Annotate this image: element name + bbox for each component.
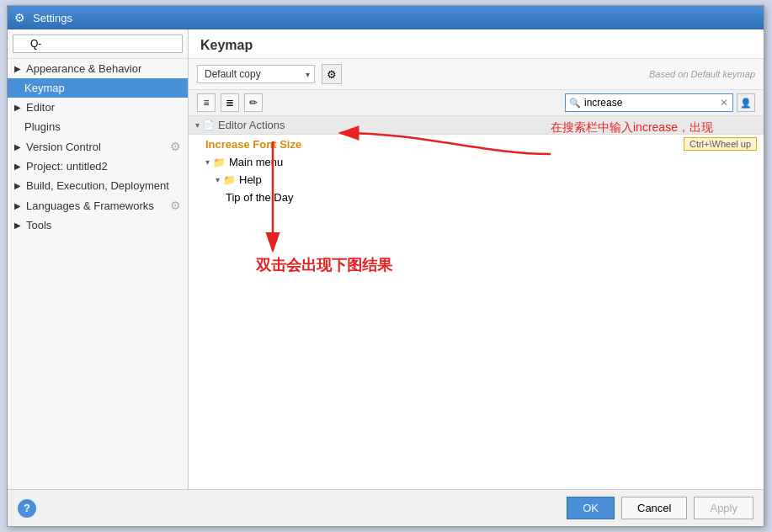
keymap-toolbar: Default copy ▾ ⚙ Based on Default keymap	[189, 59, 764, 90]
chevron-icon: ▶	[14, 162, 21, 171]
shortcut-badge: Ctrl+\Wheel up	[684, 137, 757, 151]
section-label: Editor Actions	[218, 119, 285, 131]
search-avatar-button[interactable]: 👤	[737, 93, 755, 112]
sidebar-item-appearance-behavior[interactable]: ▶ Appearance & Behavior	[8, 59, 188, 78]
item-label: Tip of the Day	[226, 191, 293, 204]
tree-item-tip-of-day[interactable]: Tip of the Day	[189, 189, 764, 206]
tree-item-help[interactable]: ▾ 📁 Help	[189, 171, 764, 189]
sidebar-item-plugins[interactable]: Plugins	[8, 117, 188, 136]
sidebar-item-version-control[interactable]: ▶ Version Control ⚙	[8, 136, 188, 157]
section-chevron-icon: ▾	[195, 120, 200, 130]
sidebar-item-label: Editor	[26, 101, 55, 114]
apply-button[interactable]: Apply	[694, 497, 753, 519]
item-label: Main menu	[229, 156, 283, 168]
scheme-select-wrapper: Default copy ▾	[197, 65, 315, 83]
chevron-icon: ▾	[205, 157, 210, 167]
chevron-icon: ▶	[14, 142, 21, 152]
based-on-label: Based on Default keymap	[649, 69, 755, 79]
settings-window: ⚙ Settings ▶ Appearance & Behavior Keyma…	[7, 5, 764, 527]
sidebar-item-label: Languages & Frameworks	[26, 200, 154, 212]
sidebar-item-keymap[interactable]: Keymap	[8, 78, 188, 98]
scheme-settings-button[interactable]: ⚙	[322, 64, 342, 84]
chevron-icon: ▶	[14, 64, 21, 73]
editor-actions-section: ▾ 📄 Editor Actions	[189, 116, 764, 135]
tree-item-increase-font-size[interactable]: Increase Font Size Ctrl+\Wheel up	[189, 135, 764, 153]
collapse-all-button[interactable]: ≣	[221, 93, 239, 112]
folder-icon: 📁	[213, 157, 226, 168]
sidebar-search-area	[8, 29, 188, 59]
bottom-bar: ? OK Cancel Apply	[8, 489, 764, 526]
settings-icon: ⚙	[170, 140, 181, 153]
scheme-select[interactable]: Default copy	[197, 65, 315, 83]
sidebar-item-project[interactable]: ▶ Project: untitled2	[8, 157, 188, 176]
sidebar-item-label: Tools	[26, 219, 51, 231]
sidebar-item-label: Project: untitled2	[26, 160, 108, 173]
panel-title: Keymap	[189, 29, 764, 59]
chevron-icon: ▾	[216, 175, 220, 184]
keymap-search-input[interactable]	[565, 93, 733, 112]
expand-all-button[interactable]: ≡	[197, 93, 216, 112]
chevron-icon: ▶	[14, 201, 21, 210]
annotation-double-click-cn: 双击会出现下图结果	[256, 255, 392, 275]
item-label: Increase Font Size	[205, 138, 301, 151]
sidebar-item-build[interactable]: ▶ Build, Execution, Deployment	[8, 176, 188, 195]
item-label: Help	[239, 173, 262, 186]
keymap-actions-toolbar: ≡ ≣ ✏ 🔍 ✕ 👤	[189, 90, 764, 116]
help-button[interactable]: ?	[18, 499, 36, 518]
sidebar-item-tools[interactable]: ▶ Tools	[8, 215, 188, 235]
sidebar: ▶ Appearance & Behavior Keymap ▶ Editor …	[8, 29, 189, 489]
keymap-tree: ▾ 📄 Editor Actions Increase Font Size Ct…	[189, 116, 764, 489]
tree-item-main-menu[interactable]: ▾ 📁 Main menu	[189, 153, 764, 171]
sidebar-item-label: Build, Execution, Deployment	[26, 179, 169, 192]
settings-icon2: ⚙	[170, 199, 181, 212]
chevron-icon: ▶	[14, 221, 21, 230]
folder-icon: 📁	[223, 174, 236, 186]
search-icon: 🔍	[569, 98, 581, 109]
sidebar-search-input[interactable]	[13, 35, 183, 53]
search-clear-icon[interactable]: ✕	[720, 97, 728, 109]
search-wrapper: 🔍 ✕	[565, 93, 733, 112]
sidebar-item-label: Plugins	[24, 120, 61, 133]
chevron-icon: ▶	[14, 181, 21, 190]
ok-button[interactable]: OK	[567, 497, 615, 519]
search-box-area: 🔍 ✕ 👤	[565, 93, 755, 112]
title-bar: ⚙ Settings	[8, 6, 764, 29]
sidebar-item-languages[interactable]: ▶ Languages & Frameworks ⚙	[8, 195, 188, 215]
main-panel: Keymap Default copy ▾ ⚙ Based on Default…	[189, 29, 764, 489]
sidebar-item-label: Appearance & Behavior	[26, 62, 141, 75]
window-title: Settings	[33, 12, 72, 24]
window-icon: ⚙	[14, 11, 28, 24]
section-icon: 📄	[203, 120, 215, 130]
content-area: ▶ Appearance & Behavior Keymap ▶ Editor …	[8, 29, 764, 489]
cancel-button[interactable]: Cancel	[621, 497, 687, 519]
sidebar-item-label: Version Control	[26, 141, 101, 153]
edit-button[interactable]: ✏	[244, 93, 263, 112]
sidebar-item-editor[interactable]: ▶ Editor	[8, 98, 188, 117]
sidebar-item-label: Keymap	[24, 82, 65, 94]
chevron-icon: ▶	[14, 103, 21, 112]
